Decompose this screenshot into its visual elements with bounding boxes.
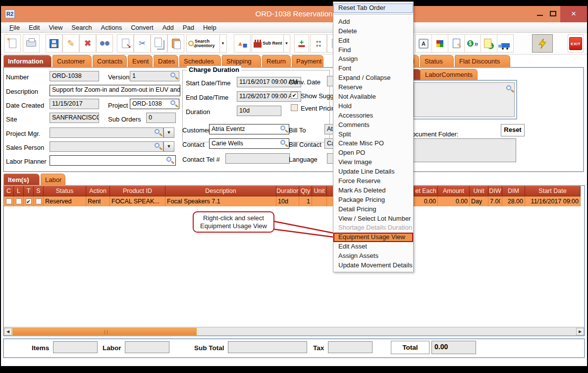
grid-cell[interactable]: 10d [276,196,299,206]
exit-button[interactable]: EXIT [568,34,584,53]
comments-textarea[interactable] [414,82,515,117]
close-button[interactable]: × [560,6,587,22]
grid-column-header[interactable]: T [24,186,34,196]
context-menu-item[interactable]: Force Reserve [333,177,413,186]
tax-field[interactable] [328,341,373,353]
grid-cell[interactable]: 0.00 [438,196,470,206]
labor-comments-tab[interactable]: LaborComments [420,69,478,80]
edit-note-button[interactable]: ✎ [448,34,465,53]
context-menu-item[interactable]: Font [333,64,413,73]
menubar-item[interactable]: Help [199,24,221,31]
tab[interactable]: Event [128,55,153,67]
scrollbar-thumb[interactable] [12,328,197,335]
grid-column-header[interactable]: Unit [470,186,488,196]
description-field[interactable]: Support for Zoom-in and Zoom-out in EUV … [50,85,180,96]
context-menu-item[interactable]: Find [333,46,413,55]
show-suggestions-checkbox[interactable]: ✔ [291,92,298,99]
site-field[interactable]: SANFRANCISCO [50,113,99,123]
context-menu-item[interactable]: Edit Asset [333,242,413,251]
sales-person-lookup-icon[interactable] [155,143,160,148]
grid-column-header[interactable]: Qty [299,186,312,196]
grid-cell[interactable]: 1 [299,196,312,206]
context-menu-item[interactable]: Delete [333,27,413,36]
labor-total-field[interactable] [125,341,169,353]
context-menu-item[interactable]: Create Misc PO [333,139,413,148]
grid-cell[interactable] [34,196,44,206]
grid-column-header[interactable]: L [14,186,24,196]
menubar-item[interactable]: View [44,24,67,31]
grid-column-header[interactable]: et Each [414,186,438,196]
tab[interactable]: Contacts [93,55,127,67]
contact-tel-field[interactable] [225,153,290,164]
context-menu-item[interactable]: Detail Pricing [333,205,413,214]
menubar-item[interactable]: Pad [178,24,199,31]
grid-column-header[interactable]: Product ID [110,186,165,196]
grid-cell[interactable]: 0.00 [414,196,438,206]
menubar-item[interactable]: Search [67,24,96,31]
duration-field[interactable]: 10d [237,106,281,116]
context-menu-item[interactable]: Update Line Details [333,167,413,177]
context-menu-item[interactable]: Equipment Usage View [333,233,413,242]
grid-column-header[interactable]: DIM [502,186,525,196]
comments-lookup-icon[interactable] [506,85,511,90]
contact-field[interactable]: Carie Wells [209,138,289,149]
dropdown-arrow-icon[interactable]: ▼ [283,35,289,52]
grid-column-header[interactable]: Unit [312,186,327,196]
grid-cell[interactable]: Rent [86,196,110,206]
grid-cell[interactable] [4,196,14,206]
tab[interactable]: Information [3,55,52,67]
items-total-field[interactable] [53,341,98,353]
sub-total-field[interactable] [228,341,307,353]
tab[interactable]: Schedules [179,55,221,67]
context-menu-item[interactable]: Mark As Deleted [333,186,413,195]
context-menu-item[interactable]: Add [333,17,413,27]
project-mgr-field[interactable] [50,127,163,138]
horizontal-scrollbar[interactable]: ◀ ▶ [4,327,584,335]
dropdown-arrow-icon[interactable]: ▼ [219,35,225,52]
context-menu-item[interactable]: Reset Tab Order [333,3,413,13]
paste-button[interactable] [167,34,184,53]
context-menu-item[interactable]: Hold [333,102,413,111]
context-menu-item[interactable]: Update Movement Details [333,261,413,270]
grid-cell[interactable]: Reserved [44,196,86,206]
context-menu-item[interactable]: Open PO [333,148,413,158]
grid-cell[interactable]: Focal Speakers 7.1 [165,196,276,206]
grid-cell[interactable]: Day [470,196,488,206]
save-button[interactable] [46,34,62,53]
grid-cell[interactable]: ✔ [24,196,34,206]
contact-lookup-icon[interactable] [280,140,285,145]
grid-column-header[interactable]: Amount [438,186,470,196]
menubar-item[interactable]: File [5,24,24,31]
keyboard-shortcut-button[interactable]: A [415,34,432,53]
delete-button[interactable]: ✖ [79,34,96,53]
context-menu-item[interactable]: Package Pricing [333,195,413,205]
context-menu-item[interactable]: Assign Assets [333,251,413,261]
dollar-notes-button[interactable]: $ [481,34,497,53]
number-field[interactable]: ORD-1038 [50,71,99,81]
maximize-button[interactable] [545,6,560,22]
date-created-field[interactable]: 11/15/2017 [50,99,99,109]
cubes-button[interactable] [431,34,448,53]
grid-cell[interactable]: 7.00 [488,196,502,206]
context-menu-item[interactable]: Reserve [333,83,413,92]
customer-field[interactable]: Atria Eventz [209,124,289,134]
context-menu-item[interactable] [334,14,413,16]
context-menu-item[interactable]: Assign [333,55,413,64]
grid-cell[interactable] [14,196,24,206]
tab[interactable]: Dates [154,55,178,67]
sales-person-field[interactable] [50,141,163,152]
labor-planner-lookup-icon[interactable] [166,157,171,162]
comments-area[interactable] [411,80,517,120]
context-menu-item[interactable]: Expand / Collapse [333,73,413,83]
grid-cell[interactable]: FOCAL SPEAK... [110,196,165,206]
grid-cell[interactable]: 11/16/2017 09:00 [525,196,581,206]
tab[interactable]: Status [420,55,454,67]
cut-button[interactable]: ✂ [134,34,151,53]
tab[interactable]: Payment [292,55,323,67]
edit-button[interactable]: ✎ [62,34,79,53]
transfer-button[interactable]: ➘ [117,34,134,53]
menubar-item[interactable]: Convert [126,24,158,31]
grid-column-header[interactable]: Duration [276,186,299,196]
project-mgr-lookup-icon[interactable] [155,129,160,134]
version-lookup-icon[interactable] [170,72,175,77]
